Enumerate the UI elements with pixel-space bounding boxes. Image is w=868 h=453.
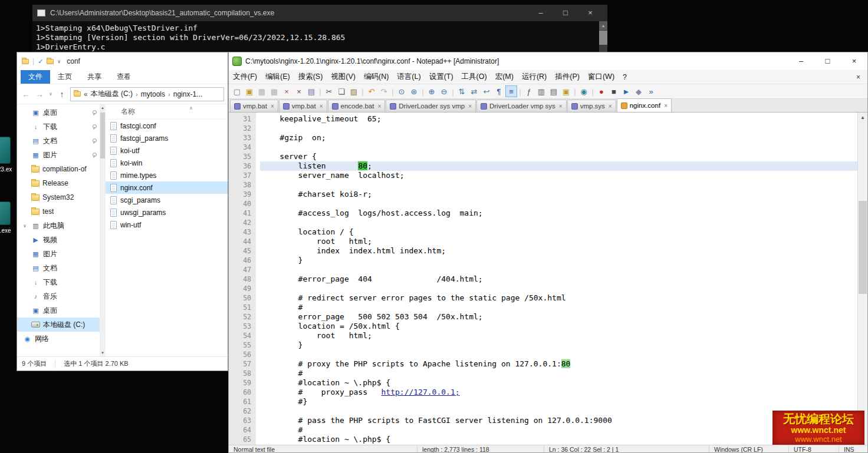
nav-item[interactable]: ▦图片 [17, 247, 100, 261]
editor-line[interactable]: 41 #access_log logs/host.access.log main… [229, 209, 857, 218]
scroll-up-icon[interactable]: ▲ [599, 21, 607, 30]
function-list-icon[interactable]: ƒ [523, 85, 535, 97]
npp-tab[interactable]: DriverLoader sys vmp× [386, 100, 476, 112]
status-eol-format[interactable]: Windows (CR LF) [709, 445, 789, 452]
editor-line[interactable]: 44 root html; [229, 237, 857, 246]
editor-line-text[interactable]: # pass the PHP scripts to FastCGI server… [260, 416, 857, 425]
status-insert-mode[interactable]: INS [839, 445, 867, 452]
editor-line-text[interactable]: index index.html index.htm; [260, 246, 857, 256]
expander-icon[interactable]: ∨ [23, 223, 28, 229]
status-encoding[interactable]: UTF-8 [789, 445, 839, 452]
npp-tab[interactable]: encode.bat× [328, 100, 386, 112]
nav-item[interactable]: ↓下载 [17, 275, 100, 289]
editor-line-text[interactable]: #access_log logs/host.access.log main; [260, 209, 857, 218]
npp-tab[interactable]: vmp.bat× [279, 100, 327, 112]
menu-item[interactable]: ? [619, 73, 631, 81]
editor-line[interactable]: 32 [229, 124, 857, 133]
editor-line-text[interactable]: #location ~ \.php$ { [260, 378, 857, 388]
breadcrumb-segment[interactable]: 本地磁盘 (C:) [91, 89, 133, 99]
editor-line-text[interactable]: #gzip on; [260, 133, 857, 143]
editor-line[interactable]: 45 index index.html index.htm; [229, 246, 857, 256]
explorer-titlebar[interactable]: | ✓ ∨ conf [17, 52, 228, 70]
scroll-up-icon[interactable]: ▲ [858, 113, 867, 123]
save-macro-icon[interactable]: ◆ [633, 85, 645, 97]
editor-line[interactable]: 50 # redirect server error pages to the … [229, 293, 857, 303]
file-row[interactable]: koi-utf [106, 144, 228, 157]
editor-line-text[interactable] [260, 180, 857, 190]
file-row[interactable]: mime.types [106, 169, 228, 181]
editor-line-text[interactable] [260, 265, 857, 275]
find-icon[interactable]: ⊙ [396, 85, 407, 97]
editor-line[interactable]: 57 # proxy the PHP scripts to Apache lis… [229, 359, 857, 369]
editor-line[interactable]: 65 #location ~ \.php$ { [229, 435, 857, 444]
save-all-icon[interactable]: ▩ [268, 85, 280, 97]
forward-icon[interactable]: → [34, 90, 45, 99]
zoom-in-icon[interactable]: ⊕ [426, 85, 438, 97]
nav-scrollbar[interactable]: ▲ ▼ [100, 104, 106, 356]
tab-close-icon[interactable]: × [609, 103, 612, 110]
nav-item[interactable]: ▣桌面 [17, 105, 100, 120]
editor-line-text[interactable]: # [260, 303, 857, 312]
console-close-icon[interactable]: × [578, 5, 603, 21]
editor-line-text[interactable] [260, 350, 857, 359]
editor-line-text[interactable] [260, 284, 857, 293]
editor-line-text[interactable]: # proxy the PHP scripts to Apache listen… [260, 359, 857, 369]
up-icon[interactable]: ↑ [57, 90, 67, 99]
tab-close-icon[interactable]: × [559, 103, 563, 110]
editor-line-text[interactable]: #charset koi8-r; [260, 190, 857, 199]
folder-as-workspace-icon[interactable]: ▣ [560, 85, 572, 97]
editor-line-text[interactable]: root html; [260, 237, 857, 246]
editor-line[interactable]: 63 # pass the PHP scripts to FastCGI ser… [229, 416, 857, 425]
editor-line-text[interactable]: listen 80; [260, 161, 857, 171]
editor-line-text[interactable]: server_name localhost; [260, 171, 857, 180]
file-row[interactable]: nginx.conf [106, 181, 228, 194]
qat-properties-icon[interactable]: ✓ [38, 58, 43, 65]
print-icon[interactable]: ▤ [305, 85, 317, 97]
console-scrollbar-thumb[interactable] [599, 31, 607, 45]
show-all-characters-icon[interactable]: ¶ [493, 85, 505, 97]
editor-line-text[interactable]: #} [260, 397, 857, 406]
editor-line[interactable]: 64 # [229, 425, 857, 435]
record-macro-icon[interactable]: ● [596, 85, 607, 97]
editor-line-text[interactable]: location = /50x.html { [260, 322, 857, 331]
paste-icon[interactable]: ▨ [348, 85, 360, 97]
editor-line[interactable]: 33 #gzip on; [229, 133, 857, 143]
menu-item[interactable]: 搜索(S) [294, 72, 327, 82]
address-bar[interactable]: «本地磁盘 (C:)›mytools›nginx-1... [70, 87, 224, 101]
editor-line[interactable]: 54 root html; [229, 331, 857, 340]
editor-line[interactable]: 35 server { [229, 152, 857, 161]
qat-new-folder-icon[interactable] [47, 59, 54, 64]
npp-tab[interactable]: vmp.sys× [567, 100, 616, 112]
ribbon-tab-3[interactable]: 共享 [80, 70, 109, 84]
editor-line[interactable]: 61 #} [229, 397, 857, 406]
back-icon[interactable]: ← [21, 90, 31, 99]
editor-line[interactable]: 36 listen 80; [229, 161, 857, 171]
editor-line-text[interactable]: # redirect server error pages to the sta… [260, 293, 857, 303]
undo-icon[interactable]: ↶ [366, 85, 377, 97]
editor-line[interactable]: 55 } [229, 340, 857, 350]
nav-item[interactable]: ↓下载 [17, 120, 100, 134]
nav-item[interactable]: ▤文档 [17, 134, 100, 148]
new-file-icon[interactable]: ▢ [231, 85, 243, 97]
editor-line-text[interactable]: server { [260, 152, 857, 161]
editor-line[interactable]: 39 #charset koi8-r; [229, 190, 857, 199]
editor-line[interactable]: 31 keepalive_timeout 65; [229, 114, 857, 124]
editor-line[interactable]: 52 error_page 500 502 503 504 /50x.html; [229, 312, 857, 322]
nav-item[interactable]: 本地磁盘 (C:) [17, 318, 100, 332]
editor[interactable]: 31 keepalive_timeout 65;3233 #gzip on;34… [229, 113, 867, 445]
file-row[interactable]: fastcgi.conf [106, 120, 228, 132]
qat-customize-icon[interactable]: ∨ [57, 59, 61, 64]
redo-icon[interactable]: ↷ [378, 85, 390, 97]
notepad-maximize-icon[interactable]: □ [814, 52, 841, 70]
editor-line[interactable]: 59 #location ~ \.php$ { [229, 378, 857, 388]
notepad-minimize-icon[interactable]: – [788, 52, 814, 70]
nav-item[interactable]: Release [17, 176, 100, 190]
editor-line-text[interactable]: location / { [260, 227, 857, 237]
file-row[interactable]: uwsgi_params [106, 206, 228, 219]
run-multi-macro-icon[interactable]: » [645, 85, 657, 97]
console-titlebar[interactable]: C:\Users\Administrator\Desktop\basis21_a… [32, 5, 607, 21]
document-list-icon[interactable]: ▤ [548, 85, 560, 97]
open-file-icon[interactable]: ▣ [244, 85, 255, 97]
ribbon-tab-4[interactable]: 查看 [109, 70, 139, 84]
save-icon[interactable]: ▦ [256, 85, 268, 97]
